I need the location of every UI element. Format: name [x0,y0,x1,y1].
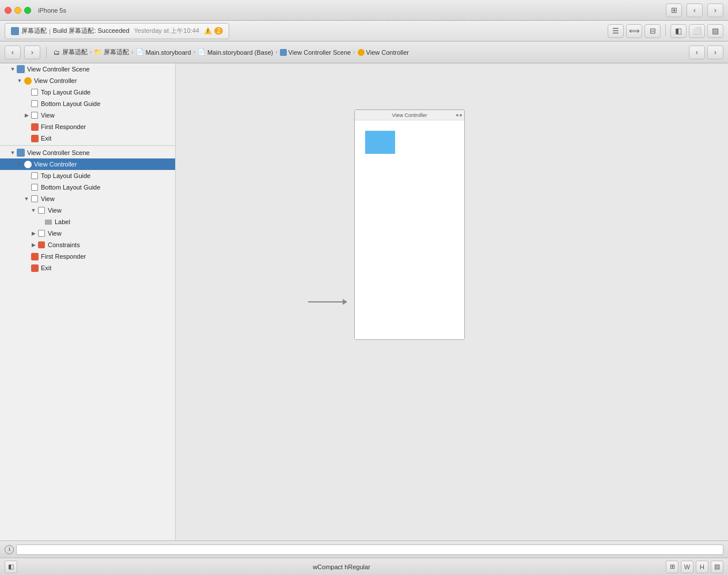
traffic-lights [5,7,31,14]
breadcrumb-2[interactable]: 📁 屏幕适配 [94,48,129,56]
subview2-label: View [48,230,62,237]
view2-row[interactable]: View [0,193,175,205]
vc1-disclosure[interactable] [16,77,23,84]
scene1-row[interactable]: View Controller Scene [0,63,175,75]
responder2-row[interactable]: First Responder [0,251,175,262]
scene1-disclosure[interactable] [9,66,16,73]
toolbar-sep [665,24,666,36]
responder2-icon [30,252,39,261]
vc1-row[interactable]: View Controller [0,75,175,86]
view1-disclosure[interactable] [23,112,30,119]
top-layout1-row[interactable]: Top Layout Guide [0,86,175,98]
subview2-row[interactable]: View [0,228,175,239]
bottom-layout1-icon [30,99,39,108]
bottom-layout1-row[interactable]: Bottom Layout Guide [0,98,175,109]
blue-view-rect[interactable] [365,131,395,154]
breadcrumb-sep-3: › [194,49,195,55]
layout-standard-button[interactable]: ☰ [608,24,624,38]
vc2-label: View Controller [34,161,77,168]
scene2-disclosure[interactable] [9,149,16,156]
nav-back-btn[interactable]: ‹ [5,46,21,59]
warning-badge: 2 [214,27,223,35]
top-layout1-label: Top Layout Guide [41,89,90,96]
canvas-inner: View Controller [176,63,728,540]
canvas[interactable]: View Controller [176,63,728,540]
entry-arrow [308,299,347,305]
debug-icon[interactable]: ℹ [5,545,14,554]
bottom-layout2-row[interactable]: Bottom Layout Guide [0,181,175,193]
next-issue-btn[interactable]: › [707,46,723,59]
iphone-mockup[interactable]: View Controller [354,109,465,340]
view1-row[interactable]: View [0,109,175,121]
toolbar: ‹ › 🗂 屏幕适配 › 📁 屏幕适配 › 📄 Main.storyboard … [0,41,728,63]
inspector-3-btn[interactable]: H [696,561,708,573]
inspector-1-btn[interactable]: ⊞ [666,561,678,573]
breadcrumb-label-5: View Controller Scene [289,49,351,56]
breadcrumb-sep-1: › [90,49,92,55]
responder1-icon [30,122,39,131]
bottom-panel-button[interactable]: ⬜ [689,24,705,38]
subview1-label: View [48,207,62,214]
sep1 [46,47,47,58]
exit1-label: Exit [41,135,51,142]
right-panel-toggle[interactable]: ▨ [711,561,723,573]
tab-time: Yesterday at 上午10:44 [134,27,199,35]
iphone-body [355,120,464,339]
breadcrumb-1[interactable]: 🗂 屏幕适配 [52,48,88,56]
nav-sep [0,145,175,146]
layout-version-button[interactable]: ⊟ [644,24,661,38]
maximize-button[interactable] [24,7,31,14]
right-panel-button[interactable]: ▨ [707,24,723,38]
left-panel-button[interactable]: ◧ [670,24,687,38]
grid-view-button[interactable]: ⊞ [666,3,682,17]
left-panel-toggle[interactable]: ◧ [5,561,17,573]
status-left: ◧ [5,561,17,573]
iphone-dots [456,114,462,116]
scene2-icon [16,148,25,157]
label-row[interactable]: Label [0,216,175,228]
entry-arrowhead [343,299,347,305]
iphone-titlebar: View Controller [355,110,464,120]
subview1-disclosure[interactable] [30,207,37,214]
top-layout2-row[interactable]: Top Layout Guide [0,170,175,181]
nav-fwd-btn[interactable]: › [24,46,40,59]
responder2-label: First Responder [41,253,86,260]
nav-back-button[interactable]: ‹ [687,3,703,17]
breadcrumb-label-4: Main.storyboard (Base) [207,49,273,56]
status-bar: ◧ wCompact hRegular ⊞ W H ▨ [0,558,728,575]
constraints-row[interactable]: Constraints [0,239,175,251]
file-icon-2: 📄 [198,48,206,56]
vc2-disclosure[interactable] [16,161,23,168]
scene-icon-breadcrumb [280,49,287,56]
exit1-icon [30,134,39,143]
vc-icon-breadcrumb [358,49,365,56]
subview2-disclosure[interactable] [30,230,37,237]
constraints-disclosure[interactable] [30,241,37,248]
tab-scheme-label: 屏幕适配 [21,27,47,35]
breadcrumb-5[interactable]: View Controller Scene [280,49,351,56]
view2-disclosure[interactable] [23,195,30,202]
breadcrumb-label-6: View Controller [366,49,409,56]
layout-assistant-button[interactable]: ⟺ [626,24,642,38]
vc1-icon [23,76,32,85]
inspector-2-btn[interactable]: W [681,561,693,573]
exit2-row[interactable]: Exit [0,262,175,274]
breadcrumb-6[interactable]: View Controller [358,49,409,56]
debug-input[interactable] [16,544,723,555]
responder1-row[interactable]: First Responder [0,121,175,133]
title-bar: iPhone 5s ⊞ ‹ › [0,0,728,21]
breadcrumb-4[interactable]: 📄 Main.storyboard (Base) [198,48,273,56]
nav-forward-button[interactable]: › [707,3,723,17]
vc2-row[interactable]: View Controller [0,158,175,170]
breadcrumb-3[interactable]: 📄 Main.storyboard [136,48,191,56]
subview1-row[interactable]: View [0,205,175,216]
responder1-label: First Responder [41,123,86,130]
scene2-row[interactable]: View Controller Scene [0,147,175,158]
breadcrumb-label-1: 屏幕适配 [62,48,88,56]
prev-issue-btn[interactable]: ‹ [689,46,705,59]
active-tab[interactable]: 屏幕适配 | Build 屏幕适配: Succeeded Yesterday a… [5,23,229,39]
close-button[interactable] [5,7,12,14]
exit1-row[interactable]: Exit [0,133,175,144]
scene2-label: View Controller Scene [27,149,90,156]
minimize-button[interactable] [14,7,21,14]
